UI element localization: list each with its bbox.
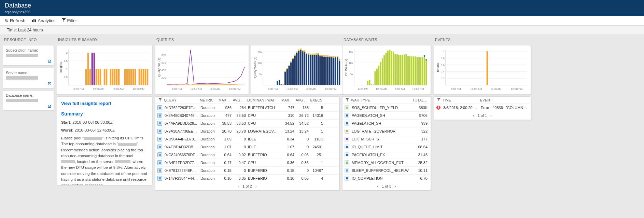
svg-rect-107 — [300, 49, 301, 50]
svg-rect-40 — [145, 69, 146, 85]
wait-icon — [345, 176, 349, 181]
metric: Duration — [199, 145, 218, 149]
table-row[interactable]: PAGEIOLATCH_SH 9706 — [342, 112, 431, 120]
svg-rect-150 — [327, 55, 328, 56]
table-row[interactable]: PAGEIOLATCH_EX 31.45 — [342, 151, 431, 159]
wait-max: 0.10 — [281, 176, 295, 180]
svg-rect-23 — [100, 69, 101, 85]
open-external-icon[interactable] — [47, 58, 52, 64]
filter-icon[interactable] — [345, 98, 350, 102]
resource-label: Database name: — [6, 93, 52, 97]
query-icon — [157, 105, 162, 110]
table-row[interactable]: 0xD762F283F7FBF5 Duration 936 284 BUFFER… — [155, 104, 339, 112]
resource-card[interactable]: Server name: — [3, 68, 54, 88]
svg-rect-93 — [290, 62, 292, 62]
svg-rect-28 — [114, 69, 116, 85]
svg-rect-112 — [304, 52, 305, 85]
svg-text:6:00 PM: 6:00 PM — [358, 87, 368, 91]
table-row[interactable]: IO_QUEUE_LIMIT 68.64 — [342, 143, 431, 151]
table-row[interactable]: 0x4CBDAD32DB5... Duration 1.07 0 IDLE 1.… — [155, 143, 339, 151]
time-range-bar[interactable]: Time: Last 24 hours — [0, 26, 644, 35]
col-wait[interactable]: DOMINANT WAIT — [246, 98, 280, 102]
col-time[interactable]: TIME — [442, 98, 479, 102]
dominant-wait: BUFFERLATCH — [247, 106, 281, 110]
col-total[interactable]: TOTAL (S) — [411, 98, 429, 102]
refresh-button[interactable]: ↻ Refresh — [5, 18, 26, 23]
query-duration-chart-card[interactable]: Query dur. (s)2004006008006:00 PM12:00 A… — [155, 45, 249, 94]
svg-rect-74 — [279, 80, 280, 80]
table-row[interactable]: PAGELATCH_SH 939 — [342, 120, 431, 127]
wait-total: 383K — [411, 106, 429, 110]
table-row[interactable]: 0x147F23844F44E8 Duration 0.10 0.05 BUFF… — [155, 175, 339, 182]
svg-rect-244 — [487, 51, 488, 85]
svg-rect-147 — [325, 55, 326, 56]
query-hash: 0xA4E1FFD2D77C... — [164, 161, 199, 165]
svg-text:1: 1 — [443, 50, 445, 53]
filter-icon[interactable] — [157, 98, 163, 102]
col-wmax[interactable]: MAX (S) — [280, 98, 295, 102]
query-waits-chart-card[interactable]: Query Waits (s)5k10k15k6:00 PM12:00 AM6:… — [251, 45, 345, 94]
prev-page-icon[interactable]: ‹ — [238, 184, 239, 188]
svg-rect-106 — [300, 50, 301, 85]
svg-rect-175 — [159, 138, 161, 140]
table-row[interactable]: 0x4AFA9BDD526... Duration 38.53 38.53 CP… — [155, 120, 339, 127]
col-event[interactable]: EVENT — [479, 98, 529, 102]
prev-page-icon[interactable]: ‹ — [473, 113, 474, 118]
table-row[interactable]: 0xA4E1FFD2D77C... Duration 0.47 0.47 CPU… — [155, 159, 339, 167]
svg-rect-129 — [313, 54, 315, 54]
wait-icon — [345, 168, 349, 173]
col-metric[interactable]: METRIC — [199, 98, 218, 102]
db-waits-chart-card[interactable]: Db Waits (s)5k10k15k6:00 PM12:00 AM6:00 … — [342, 45, 431, 94]
insights-chart-card[interactable]: Insights0.511.526:00 PM12:00 AM6:00 AM12… — [57, 45, 152, 94]
svg-text:Query dur. (s): Query dur. (s) — [157, 58, 161, 77]
events-chart-card[interactable]: Events0.20.40.60.816:00 PM12:00 AM6:00 A… — [434, 45, 531, 94]
next-page-icon[interactable]: › — [255, 184, 257, 188]
table-row[interactable]: MEMORY_ALLOCATION_EXT 25.32 — [342, 159, 431, 167]
col-query[interactable]: QUERY — [163, 98, 199, 102]
table-row[interactable]: 0x8A480B040746... Duration 477 28.53 CPU… — [155, 112, 339, 120]
wait-max: 0.34 — [281, 137, 295, 141]
table-row[interactable]: 0xE761222848FB8D Duration 0.15 0 BUFFERI… — [155, 167, 339, 175]
col-execs[interactable]: EXECS — [309, 98, 323, 102]
filter-icon[interactable] — [436, 98, 442, 102]
metric: Duration — [199, 129, 218, 133]
table-row[interactable]: LCK_M_SCH_S 177 — [342, 135, 431, 143]
queries-table-header: QUERY METRIC MAX (S) AVG (S) DOMINANT WA… — [155, 97, 339, 104]
open-external-icon[interactable] — [47, 104, 52, 109]
svg-text:12:00 AM: 12:00 AM — [376, 87, 387, 91]
analytics-button[interactable]: Analytics — [32, 18, 56, 23]
waits-table: WAIT TYPE TOTAL (S) SOS_SCHEDULER_YIELD … — [342, 96, 431, 191]
table-row[interactable]: 0xC824056576DF... Duration 0.64 0.02 BUF… — [155, 151, 339, 159]
metric: Duration — [199, 176, 218, 180]
table-row[interactable]: 3/6/2018, 2:00:20 AM Error - 40536 - 'CO… — [434, 104, 531, 111]
table-row[interactable]: IO_COMPLETION 6.70 — [342, 175, 431, 182]
next-page-icon[interactable]: › — [490, 113, 492, 118]
wait-total: 177 — [411, 137, 429, 141]
prev-page-icon[interactable]: ‹ — [377, 184, 379, 188]
col-wavg[interactable]: AVG (S) — [295, 98, 309, 102]
table-row[interactable]: SOS_SCHEDULER_YIELD 383K — [342, 104, 431, 112]
svg-rect-192 — [367, 81, 368, 85]
filter-button[interactable]: Filter — [62, 18, 77, 23]
wait-icon — [345, 160, 349, 165]
table-row[interactable]: LOG_RATE_GOVERNOR 322 — [342, 127, 431, 135]
metric: Duration — [199, 137, 218, 141]
resource-card[interactable]: Database name: — [3, 90, 54, 111]
table-row[interactable]: SLEEP_BUFFERPOOL_HELPLW 10.11 — [342, 167, 431, 175]
view-full-report-link[interactable]: View full insights report — [61, 100, 148, 107]
resource-card[interactable]: Subscription name: — [3, 45, 54, 66]
next-page-icon[interactable]: › — [395, 184, 396, 188]
query-icon — [157, 121, 162, 126]
col-max[interactable]: MAX (S) — [218, 98, 232, 102]
svg-rect-94 — [292, 59, 294, 85]
table-row[interactable]: 0xD904A4FED700... Duration 1.89 0 IDLE 0… — [155, 135, 339, 143]
col-avg[interactable]: AVG (S) — [232, 98, 246, 102]
resource-value-redacted — [6, 76, 38, 80]
event-text: Error - 40536 - 'COLUMNST... — [480, 106, 529, 110]
avg: 284 — [233, 106, 247, 110]
open-external-icon[interactable] — [47, 81, 52, 86]
table-row[interactable]: 0x9A10A7736EED... Duration 20.70 20.70 L… — [155, 127, 339, 135]
svg-rect-165 — [337, 56, 338, 56]
insights-summary-card[interactable]: View full insights report Summary Start:… — [57, 96, 152, 185]
col-wait-type[interactable]: WAIT TYPE — [350, 98, 411, 102]
